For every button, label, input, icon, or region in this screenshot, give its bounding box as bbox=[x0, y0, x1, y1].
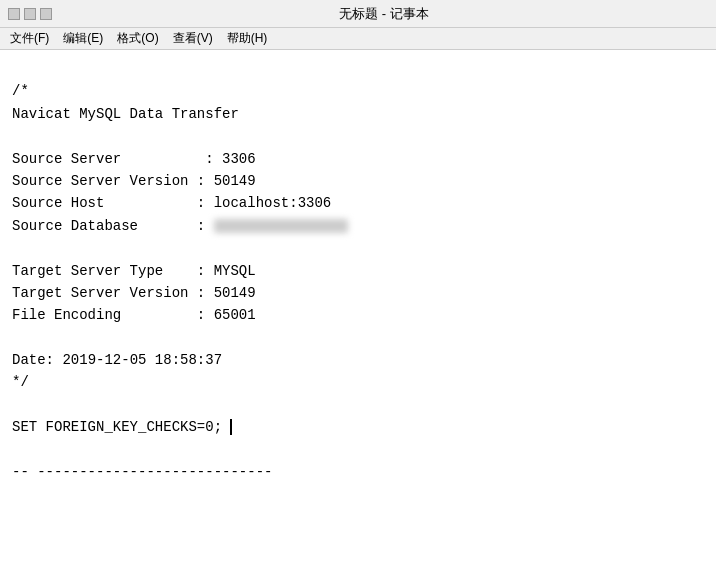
maximize-btn[interactable] bbox=[24, 8, 36, 20]
source-database-value: ████████████████ bbox=[214, 219, 348, 233]
source-server-version-label: Source Server Version : bbox=[12, 173, 214, 189]
menu-format[interactable]: 格式(O) bbox=[111, 28, 164, 49]
comment-close: */ bbox=[12, 374, 29, 390]
source-database-label: Source Database : bbox=[12, 218, 214, 234]
title-bar-buttons bbox=[8, 8, 52, 20]
title-bar-text: 无标题 - 记事本 bbox=[60, 5, 708, 23]
file-encoding-label: File Encoding : bbox=[12, 307, 214, 323]
title-text: Navicat MySQL Data Transfer bbox=[12, 106, 239, 122]
title-bar: 无标题 - 记事本 bbox=[0, 0, 716, 28]
source-host-label: Source Host : bbox=[12, 195, 214, 211]
menu-bar: 文件(F) 编辑(E) 格式(O) 查看(V) 帮助(H) bbox=[0, 28, 716, 50]
date-label: Date: bbox=[12, 352, 62, 368]
date-value: 2019-12-05 18:58:37 bbox=[62, 352, 222, 368]
target-server-type-value: MYSQL bbox=[214, 263, 256, 279]
minimize-btn[interactable] bbox=[8, 8, 20, 20]
menu-file[interactable]: 文件(F) bbox=[4, 28, 55, 49]
close-btn[interactable] bbox=[40, 8, 52, 20]
target-server-version-value: 50149 bbox=[214, 285, 256, 301]
source-server-label: Source Server : bbox=[12, 151, 222, 167]
menu-help[interactable]: 帮助(H) bbox=[221, 28, 274, 49]
app-name: - 记事本 bbox=[382, 6, 429, 21]
menu-edit[interactable]: 编辑(E) bbox=[57, 28, 109, 49]
source-host-value: localhost:3306 bbox=[214, 195, 332, 211]
menu-view[interactable]: 查看(V) bbox=[167, 28, 219, 49]
editor-area[interactable]: /* Navicat MySQL Data Transfer Source Se… bbox=[0, 50, 716, 582]
source-server-value: 3306 bbox=[222, 151, 256, 167]
divider: -- ---------------------------- bbox=[12, 464, 272, 480]
target-server-version-label: Target Server Version : bbox=[12, 285, 214, 301]
target-server-type-label: Target Server Type : bbox=[12, 263, 214, 279]
source-server-version-value: 50149 bbox=[214, 173, 256, 189]
file-encoding-value: 65001 bbox=[214, 307, 256, 323]
set-foreign-key: SET FOREIGN_KEY_CHECKS=0; bbox=[12, 419, 232, 435]
document-name: 无标题 bbox=[339, 6, 378, 21]
comment-open: /* bbox=[12, 83, 29, 99]
